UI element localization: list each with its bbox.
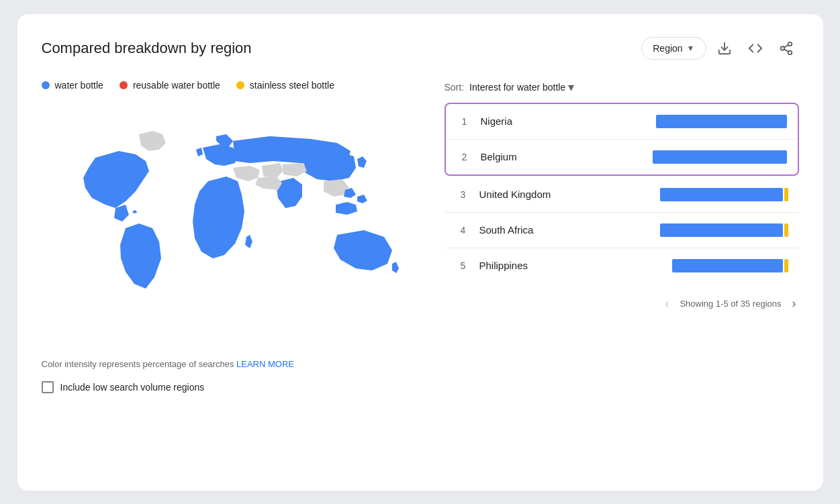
reusable-label: reusable water bottle [133, 80, 220, 91]
bar-yellow-uk [784, 188, 788, 201]
water-bottle-label: water bottle [55, 80, 103, 91]
pagination-row: ‹ Showing 1-5 of 35 regions › [445, 294, 799, 313]
stainless-label: stainless steel bottle [250, 80, 334, 91]
highlighted-rows: 1 Nigeria 2 Belgium [445, 103, 799, 176]
bar-blue-nigeria [656, 115, 787, 128]
legend: water bottle reusable water bottle stain… [42, 80, 418, 91]
left-panel: water bottle reusable water bottle stain… [42, 80, 418, 393]
rank-1: 1 [457, 116, 473, 127]
table-row: 1 Nigeria [446, 104, 798, 140]
learn-more-link[interactable]: LEARN MORE [236, 359, 294, 369]
code-icon [748, 41, 763, 56]
region-chevron-icon: ▼ [687, 44, 695, 53]
sort-label: Sort: [445, 82, 465, 93]
rank-5: 5 [455, 260, 471, 271]
bar-yellow-sa [784, 223, 788, 237]
next-page-button[interactable]: › [790, 294, 799, 313]
right-panel: Sort: Interest for water bottle ▾ 1 Nige… [445, 80, 799, 393]
table-row: 3 United Kingdom [445, 177, 799, 213]
bar-blue-ph [672, 259, 783, 272]
rankings-table: 1 Nigeria 2 Belgium [445, 103, 799, 283]
share-icon [779, 41, 794, 56]
region-button[interactable]: Region ▼ [641, 37, 706, 60]
header-actions: Region ▼ [641, 36, 798, 61]
main-content: water bottle reusable water bottle stain… [42, 80, 799, 393]
rank-4: 4 [455, 225, 471, 236]
bar-sa [660, 223, 788, 237]
country-nigeria: Nigeria [481, 115, 648, 127]
stainless-dot [236, 81, 244, 89]
reusable-dot [120, 81, 128, 89]
bar-blue-uk [660, 188, 783, 201]
sort-row: Sort: Interest for water bottle ▾ [445, 80, 799, 95]
footer-text: Color intensity represents percentage of… [42, 359, 234, 369]
country-sa: South Africa [479, 224, 652, 236]
rank-3: 3 [455, 189, 471, 200]
bar-yellow-ph [784, 259, 788, 272]
download-icon [717, 41, 732, 56]
share-button[interactable] [774, 36, 799, 61]
world-map[interactable] [42, 104, 418, 346]
bar-blue-belgium [653, 150, 787, 164]
water-bottle-dot [42, 81, 50, 89]
code-button[interactable] [743, 36, 768, 61]
legend-item-water-bottle: water bottle [42, 80, 103, 91]
pagination-text: Showing 1-5 of 35 regions [680, 299, 781, 309]
main-card: Compared breakdown by region Region ▼ [17, 14, 823, 491]
table-row: 2 Belgium [446, 140, 798, 174]
country-uk: United Kingdom [479, 189, 652, 200]
bar-nigeria [656, 115, 787, 128]
checkbox-label: Include low search volume regions [60, 382, 205, 393]
bar-uk [660, 188, 788, 201]
map-footer: Color intensity represents percentage of… [42, 359, 418, 369]
prev-page-button[interactable]: ‹ [662, 294, 671, 313]
country-ph: Philippines [479, 260, 664, 271]
bar-ph [672, 259, 788, 272]
low-volume-checkbox[interactable] [42, 381, 54, 393]
table-row: 4 South Africa [445, 213, 799, 248]
svg-line-4 [784, 49, 788, 52]
svg-line-5 [784, 44, 788, 47]
bar-blue-sa [660, 223, 783, 237]
sort-dropdown[interactable]: Interest for water bottle ▾ [469, 80, 574, 95]
sort-value: Interest for water bottle [469, 82, 565, 93]
card-header: Compared breakdown by region Region ▼ [42, 36, 799, 61]
legend-item-reusable: reusable water bottle [120, 80, 220, 91]
download-button[interactable] [712, 36, 737, 61]
country-belgium: Belgium [481, 151, 645, 162]
checkbox-row[interactable]: Include low search volume regions [42, 381, 418, 393]
legend-item-stainless: stainless steel bottle [236, 80, 334, 91]
bar-belgium [653, 150, 787, 164]
sort-chevron-icon: ▾ [568, 80, 574, 95]
table-row: 5 Philippines [445, 248, 799, 283]
map-svg [55, 117, 404, 332]
normal-rows: 3 United Kingdom 4 South Africa [445, 177, 799, 283]
page-title: Compared breakdown by region [42, 40, 252, 57]
rank-2: 2 [457, 152, 473, 162]
